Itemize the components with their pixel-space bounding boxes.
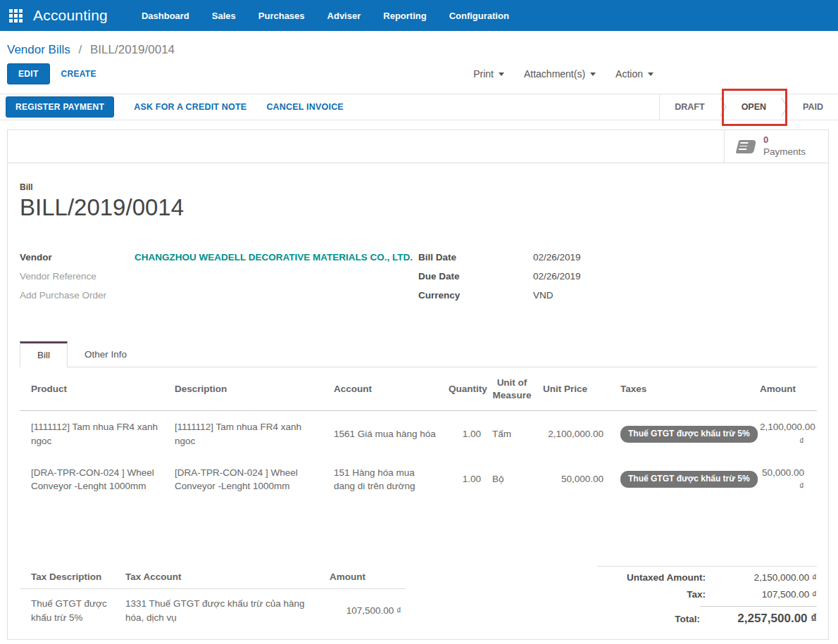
bill-type-label: Bill — [20, 182, 817, 192]
tax-badge: Thuế GTGT được khấu trừ 5% — [620, 471, 758, 488]
cell-taxes: Thuế GTGT được khấu trừ 5% — [609, 457, 754, 502]
app-title[interactable]: Accounting — [33, 7, 108, 24]
cell-description: [DRA-TPR-CON-024 ] Wheel Conveyor -Lengh… — [169, 457, 328, 502]
cell-quantity: 1.00 — [443, 411, 487, 457]
cell-product: [DRA-TPR-CON-024 ] Wheel Conveyor -Lengh… — [20, 457, 169, 502]
tab-other-info[interactable]: Other Info — [68, 341, 144, 367]
register-payment-button[interactable]: REGISTER PAYMENT — [6, 96, 114, 118]
col-header-uom[interactable]: Unit of Measure — [487, 367, 537, 411]
col-header-unit-price[interactable]: Unit Price — [537, 367, 609, 411]
total-label: Total: — [675, 614, 700, 624]
chevron-separator-icon — [720, 96, 727, 118]
edit-button[interactable]: EDIT — [7, 63, 50, 84]
form-sheet: 0 Payments Bill BILL/2019/0014 Vendor CH… — [7, 130, 829, 640]
invoice-line-row[interactable]: [DRA-TPR-CON-024 ] Wheel Conveyor -Lengh… — [20, 457, 817, 502]
totals-panel: Untaxed Amount: 2,150,000.00 ₫ Tax: 107,… — [597, 566, 817, 632]
cell-unit-price: 2,100,000.00 — [537, 411, 609, 457]
journal-book-icon — [736, 140, 757, 153]
nav-item-adviser[interactable]: Adviser — [327, 11, 361, 21]
breadcrumb-vendor-bills[interactable]: Vendor Bills — [7, 43, 70, 56]
col-header-amount[interactable]: Amount — [754, 367, 817, 411]
invoice-lines-header-row: Product Description Account Quantity Uni… — [20, 367, 817, 411]
tax-badge: Thuế GTGT được khấu trừ 5% — [620, 426, 758, 443]
nav-item-sales[interactable]: Sales — [212, 11, 236, 21]
cell-amount: 50,000.00 ₫ — [754, 457, 817, 502]
tax-table-header-row: Tax Description Tax Account Amount — [20, 566, 406, 589]
payments-count: 0 — [763, 134, 806, 146]
tax-total-label: Tax: — [687, 589, 706, 600]
attachments-dropdown[interactable]: Attachment(s) — [524, 68, 596, 80]
due-date-value: 02/26/2019 — [533, 271, 581, 282]
bill-date-label: Bill Date — [418, 252, 533, 263]
nav-item-purchases[interactable]: Purchases — [258, 11, 305, 21]
notebook-tabs: Bill Other Info — [20, 341, 817, 367]
untaxed-amount-value: 2,150,000.00 ₫ — [706, 572, 817, 583]
col-header-product[interactable]: Product — [20, 367, 169, 411]
col-header-taxes[interactable]: Taxes — [609, 367, 754, 411]
tax-total-value: 107,500.00 ₫ — [706, 589, 817, 600]
col-header-tax-description: Tax Description — [20, 566, 120, 589]
ask-credit-note-button[interactable]: ASK FOR A CREDIT NOTE — [134, 102, 246, 112]
control-panel: EDIT CREATE Print Attachment(s) Action — [7, 63, 831, 84]
tab-bill[interactable]: Bill — [20, 341, 68, 367]
cell-account: 151 Hàng hóa mua dang di trên dường — [328, 457, 443, 502]
cell-uom: Bộ — [487, 457, 537, 502]
status-paid[interactable]: PAID — [788, 94, 838, 120]
cell-uom: Tấm — [487, 411, 537, 457]
chevron-separator-icon — [781, 96, 788, 118]
cell-unit-price: 50,000.00 — [537, 457, 609, 502]
breadcrumb-separator: / — [79, 43, 82, 56]
caret-down-icon — [648, 72, 653, 76]
currency-value: VND — [533, 290, 554, 301]
cell-tax-description: Thuế GTGT được khấu trừ 5% — [20, 589, 120, 633]
payments-stat-button[interactable]: 0 Payments — [724, 130, 828, 163]
status-open[interactable]: OPEN — [727, 94, 781, 120]
bill-fields: Vendor CHANGZHOU WEADELL DECORATIVE MATE… — [20, 252, 817, 309]
breadcrumb: Vendor Bills / BILL/2019/0014 — [7, 43, 838, 57]
payments-label: Payments — [763, 146, 806, 158]
cell-amount: 2,100,000.00 ₫ — [754, 411, 817, 457]
apps-grid-icon[interactable] — [9, 9, 23, 23]
cell-tax-amount: 107,500.00 ₫ — [311, 589, 406, 633]
nav-item-configuration[interactable]: Configuration — [449, 11, 509, 21]
due-date-label: Due Date — [418, 271, 533, 282]
vendor-link[interactable]: CHANGZHOU WEADELL DECORATIVE MATERIALS C… — [135, 252, 413, 263]
untaxed-amount-label: Untaxed Amount: — [627, 572, 706, 583]
cell-account: 1561 Giá mua hàng hóa — [328, 411, 443, 457]
caret-down-icon — [499, 72, 504, 76]
top-nav-bar: Accounting Dashboard Sales Purchases Adv… — [0, 0, 838, 31]
action-dropdown[interactable]: Action — [615, 68, 653, 80]
caret-down-icon — [590, 72, 596, 76]
bill-number-title: BILL/2019/0014 — [20, 194, 817, 221]
invoice-lines-table: Product Description Account Quantity Uni… — [20, 367, 817, 502]
tax-line-row[interactable]: Thuế GTGT được khấu trừ 5% 1331 Thuế GTG… — [20, 589, 406, 633]
vendor-label: Vendor — [20, 252, 135, 263]
col-header-tax-amount: Amount — [311, 566, 406, 589]
tax-lines-table: Tax Description Tax Account Amount Thuế … — [20, 566, 406, 633]
col-header-tax-account: Tax Account — [120, 566, 311, 589]
col-header-account[interactable]: Account — [328, 367, 443, 411]
create-button[interactable]: CREATE — [61, 69, 96, 79]
add-purchase-order-label[interactable]: Add Purchase Order — [20, 290, 135, 301]
status-draft[interactable]: DRAFT — [660, 94, 719, 120]
col-header-quantity[interactable]: Quantity — [443, 367, 487, 411]
cell-product: [1111112] Tam nhua FR4 xanh ngoc — [20, 411, 169, 457]
nav-menu: Dashboard Sales Purchases Adviser Report… — [142, 11, 509, 21]
nav-item-dashboard[interactable]: Dashboard — [142, 11, 189, 21]
currency-label: Currency — [418, 290, 533, 301]
statusbar-row: REGISTER PAYMENT ASK FOR A CREDIT NOTE C… — [0, 94, 838, 120]
col-header-description[interactable]: Description — [169, 367, 328, 411]
cancel-invoice-button[interactable]: CANCEL INVOICE — [266, 102, 344, 112]
print-dropdown[interactable]: Print — [473, 68, 504, 80]
status-pipeline: DRAFT OPEN PAID — [659, 94, 838, 120]
stat-button-strip: 0 Payments — [8, 130, 828, 163]
vendor-reference-label: Vendor Reference — [20, 271, 135, 282]
nav-item-reporting[interactable]: Reporting — [383, 11, 426, 21]
invoice-line-row[interactable]: [1111112] Tam nhua FR4 xanh ngoc [111111… — [20, 411, 817, 457]
breadcrumb-current: BILL/2019/0014 — [90, 43, 175, 56]
bill-date-value: 02/26/2019 — [533, 252, 581, 263]
cell-tax-account: 1331 Thuế GTGT được khấu trừ của hàng hó… — [120, 589, 311, 633]
total-value: 2,257,500.00 ₫ — [700, 606, 817, 626]
cell-quantity: 1.00 — [443, 457, 487, 502]
cell-description: [1111112] Tam nhua FR4 xanh ngoc — [169, 411, 328, 457]
